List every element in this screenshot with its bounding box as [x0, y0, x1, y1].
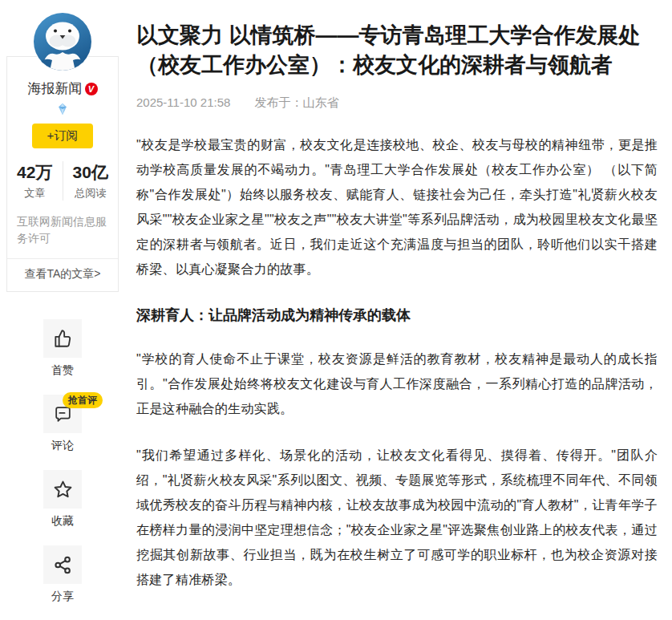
verified-icon: V — [85, 83, 98, 95]
share-button[interactable] — [43, 545, 82, 584]
favorite-action: 收藏 — [43, 470, 82, 529]
article-action-bar: 首赞 抢首评 评论 收藏 — [6, 319, 119, 604]
stat-articles-value: 42万 — [7, 161, 63, 184]
article-body: "校友是学校最宝贵的财富，校友文化是连接校地、校企、校友与母校的精神纽带，更是推… — [136, 132, 658, 592]
like-action: 首赞 — [43, 319, 82, 378]
license-text: 互联网新闻信息服务许可 — [17, 213, 108, 247]
author-stats: 42万 文章 30亿 总阅读 — [7, 161, 118, 201]
like-label: 首赞 — [43, 363, 82, 378]
share-action: 分享 — [43, 545, 82, 604]
first-comment-badge[interactable]: 抢首评 — [63, 392, 103, 408]
comment-label: 评论 — [43, 439, 82, 453]
article-title: 以文聚力 以情筑桥——专访青岛理工大学合作发展处（校友工作办公室）：校友文化的深… — [136, 21, 658, 80]
star-icon — [52, 479, 74, 500]
paragraph: "学校的育人使命不止于课堂，校友资源是鲜活的教育教材，校友精神是最动人的成长指引… — [136, 346, 658, 421]
favorite-label: 收藏 — [43, 514, 82, 529]
stat-articles-label: 文章 — [7, 186, 63, 201]
share-icon — [53, 555, 73, 575]
article-meta: 2025-11-10 21:58 发布于：山东省 — [136, 95, 658, 111]
seal-mascot-icon — [33, 12, 92, 71]
paragraph: "我们希望通过多样化、场景化的活动，让校友文化看得见、摸得着、传得开。"团队介绍… — [136, 443, 658, 592]
comment-button[interactable]: 抢首评 — [43, 395, 82, 433]
section-subheading: 深耕育人：让品牌活动成为精神传承的载体 — [136, 306, 658, 325]
author-name[interactable]: 海报新闻 — [28, 79, 83, 98]
paragraph: "校友是学校最宝贵的财富，校友文化是连接校地、校企、校友与母校的精神纽带，更是推… — [136, 132, 658, 282]
author-sidebar: 海报新闻 V +订阅 42万 文章 30亿 总阅读 — [6, 0, 119, 604]
news-article-page: 海报新闻 V +订阅 42万 文章 30亿 总阅读 — [0, 0, 672, 620]
publish-date: 2025-11-10 21:58 — [136, 95, 230, 109]
view-author-articles-link[interactable]: 查看TA的文章> — [7, 258, 118, 291]
avatar[interactable] — [33, 12, 92, 71]
stat-total-reads: 30亿 总阅读 — [63, 161, 119, 201]
comment-action: 抢首评 评论 — [43, 395, 82, 453]
subscribe-button[interactable]: +订阅 — [32, 124, 93, 148]
level-gem-icon — [7, 102, 118, 116]
stat-total-reads-value: 30亿 — [63, 161, 119, 184]
article-main: 以文聚力 以情筑桥——专访青岛理工大学合作发展处（校友工作办公室）：校友文化的深… — [136, 0, 658, 592]
author-profile-card: 海报新闻 V +订阅 42万 文章 30亿 总阅读 — [6, 56, 119, 292]
publish-location: 发布于：山东省 — [255, 95, 339, 109]
share-label: 分享 — [43, 590, 82, 604]
stat-total-reads-label: 总阅读 — [63, 186, 119, 201]
stat-articles: 42万 文章 — [7, 161, 63, 201]
thumbs-up-icon — [52, 328, 73, 349]
favorite-button[interactable] — [43, 470, 82, 509]
like-button[interactable] — [43, 319, 82, 358]
